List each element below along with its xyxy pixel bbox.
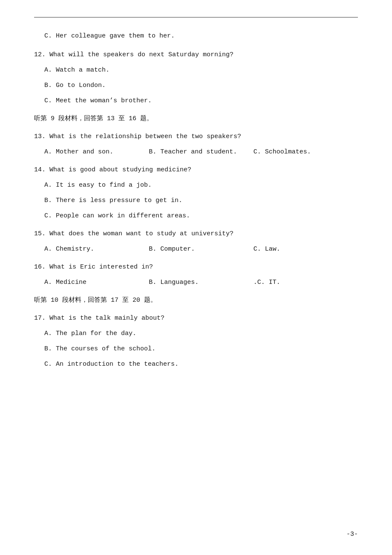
question-16-options: A. Medicine B. Languages. .C. IT. <box>44 278 358 288</box>
question-17-option-a: A. The plan for the day. <box>44 329 358 339</box>
question-15-option-a: A. Chemistry. <box>44 244 149 254</box>
question-16-option-b: B. Languages. <box>149 278 253 288</box>
question-12-option-a: A. Watch a match. <box>44 65 358 75</box>
question-12: 12. What will the speakers do next Satur… <box>34 50 358 106</box>
question-15: 15. What does the woman want to study at… <box>34 229 358 254</box>
question-13-option-b: B. Teacher and student. <box>149 147 253 157</box>
question-16-option-a: A. Medicine <box>44 278 149 288</box>
question-16-option-c: .C. IT. <box>254 278 358 288</box>
section-9-header: 听第 9 段材料，回答第 13 至 16 题。 <box>34 114 358 124</box>
question-15-option-c: C. Law. <box>254 244 358 254</box>
question-14-option-b: B. There is less pressure to get in. <box>44 196 358 206</box>
question-14-option-c: C. People can work in different areas. <box>44 211 358 221</box>
question-15-text: 15. What does the woman want to study at… <box>34 229 358 239</box>
question-14: 14. What is good about studying medicine… <box>34 165 358 221</box>
question-14-text: 14. What is good about studying medicine… <box>34 165 358 175</box>
question-15-options: A. Chemistry. B. Computer. C. Law. <box>44 244 358 254</box>
question-13-text: 13. What is the relationship between the… <box>34 132 358 142</box>
question-13-option-c: C. Schoolmates. <box>254 147 358 157</box>
question-13-options: A. Mother and son. B. Teacher and studen… <box>44 147 358 157</box>
page-number: -3- <box>346 531 358 538</box>
section-10-header: 听第 10 段材料，回答第 17 至 20 题。 <box>34 295 358 306</box>
top-divider <box>34 17 358 17</box>
question-17-option-b: B. The courses of the school. <box>44 344 358 354</box>
question-16: 16. What is Eric interested in? A. Medic… <box>34 262 358 288</box>
question-12-option-c: C. Meet the woman’s brother. <box>44 96 358 106</box>
question-17-text: 17. What is the talk mainly about? <box>34 313 358 324</box>
option-c-top: C. Her colleague gave them to her. <box>44 31 358 41</box>
question-17: 17. What is the talk mainly about? A. Th… <box>34 313 358 370</box>
question-15-option-b: B. Computer. <box>149 244 253 254</box>
question-17-option-c: C. An introduction to the teachers. <box>44 359 358 370</box>
question-14-option-a: A. It is easy to find a job. <box>44 180 358 191</box>
question-12-text: 12. What will the speakers do next Satur… <box>34 50 358 60</box>
question-13-option-a: A. Mother and son. <box>44 147 149 157</box>
question-16-text: 16. What is Eric interested in? <box>34 262 358 272</box>
question-12-option-b: B. Go to London. <box>44 81 358 91</box>
page-container: C. Her colleague gave them to her. 12. W… <box>0 0 392 555</box>
question-13: 13. What is the relationship between the… <box>34 132 358 157</box>
